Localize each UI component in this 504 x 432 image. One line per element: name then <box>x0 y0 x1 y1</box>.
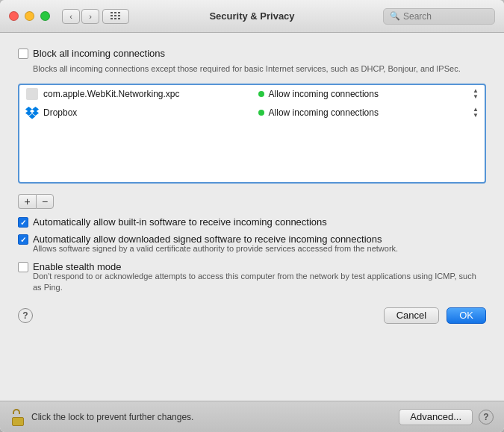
close-button[interactable] <box>9 11 19 21</box>
status-stepper[interactable]: ▲ ▼ <box>473 107 479 119</box>
ok-button[interactable]: OK <box>447 307 486 324</box>
grid-icon <box>111 12 121 20</box>
default-app-icon <box>26 88 38 100</box>
advanced-button[interactable]: Advanced... <box>399 409 473 425</box>
status-dot-green <box>258 110 264 116</box>
apps-list-container: com.apple.WebKit.Networking.xpc Allow in… <box>18 84 486 184</box>
main-window: ‹ › Security & Privacy 🔍 Block all incom… <box>0 0 504 432</box>
app-grid-button[interactable] <box>102 9 129 24</box>
cancel-button[interactable]: Cancel <box>384 307 439 324</box>
remove-app-button[interactable]: − <box>36 194 54 209</box>
lock-icon <box>10 408 25 426</box>
footer-bar: Click the lock to prevent further change… <box>0 401 504 432</box>
dropbox-icon <box>25 106 39 119</box>
status-stepper[interactable]: ▲ ▼ <box>473 88 479 100</box>
dropbox-logo-icon <box>25 106 39 119</box>
main-content: Block all incoming connections Blocks al… <box>0 33 504 401</box>
option1-checkbox[interactable] <box>18 217 28 228</box>
back-button[interactable]: ‹ <box>62 9 80 24</box>
empty-list-area <box>19 122 485 182</box>
search-icon: 🔍 <box>390 11 400 21</box>
option3-checkbox[interactable] <box>18 262 28 272</box>
option3-description: Don't respond to or acknowledge attempts… <box>33 271 486 294</box>
option2-description: Allows software signed by a valid certif… <box>33 243 486 254</box>
forward-button[interactable]: › <box>81 9 99 24</box>
apps-list: com.apple.WebKit.Networking.xpc Allow in… <box>19 85 485 182</box>
stepper-down-icon: ▼ <box>473 113 479 119</box>
option-block-3: Enable stealth mode Don't respond to or … <box>18 261 486 294</box>
block-all-description: Blocks all incoming connections except t… <box>33 63 486 75</box>
option-block-2: Automatically allow downloaded signed so… <box>18 234 486 254</box>
titlebar: ‹ › Security & Privacy 🔍 <box>0 0 504 33</box>
status-text: Allow incoming connections <box>269 89 379 99</box>
bottom-actions: ? Cancel OK <box>18 301 486 325</box>
lock-text: Click the lock to prevent further change… <box>31 412 193 422</box>
app-row[interactable]: Dropbox Allow incoming connections ▲ ▼ <box>19 104 485 122</box>
app-status: Allow incoming connections <box>258 107 473 118</box>
nav-buttons: ‹ › <box>62 9 99 24</box>
app-name: com.apple.WebKit.Networking.xpc <box>43 89 258 99</box>
stepper-down-icon: ▼ <box>473 94 479 100</box>
status-dot-green <box>258 91 264 97</box>
footer-help-button[interactable]: ? <box>479 410 494 425</box>
lock-body <box>12 417 24 426</box>
app-row[interactable]: com.apple.WebKit.Networking.xpc Allow in… <box>19 85 485 104</box>
minimize-button[interactable] <box>25 11 34 21</box>
app-name: Dropbox <box>43 107 258 118</box>
option1-row: Automatically allow built-in software to… <box>18 216 486 228</box>
help-button[interactable]: ? <box>18 308 33 323</box>
search-box[interactable]: 🔍 <box>383 8 495 25</box>
maximize-button[interactable] <box>40 11 50 21</box>
traffic-lights <box>9 11 50 21</box>
block-all-row: Block all incoming connections <box>18 48 486 59</box>
options-section: Automatically allow built-in software to… <box>18 216 486 293</box>
lock-shackle <box>13 409 20 414</box>
list-controls: + − <box>18 194 486 209</box>
option2-checkbox[interactable] <box>18 234 28 245</box>
block-all-checkbox[interactable] <box>18 48 28 59</box>
status-text: Allow incoming connections <box>269 107 379 118</box>
app-icon <box>25 87 39 101</box>
option-block-1: Automatically allow built-in software to… <box>18 216 486 228</box>
window-title: Security & Privacy <box>209 10 294 22</box>
block-all-label: Block all incoming connections <box>33 48 165 59</box>
add-app-button[interactable]: + <box>18 194 36 209</box>
app-status: Allow incoming connections <box>258 89 473 99</box>
lock-area[interactable]: Click the lock to prevent further change… <box>10 408 193 426</box>
search-input[interactable] <box>403 11 488 22</box>
option1-label: Automatically allow built-in software to… <box>33 216 327 228</box>
